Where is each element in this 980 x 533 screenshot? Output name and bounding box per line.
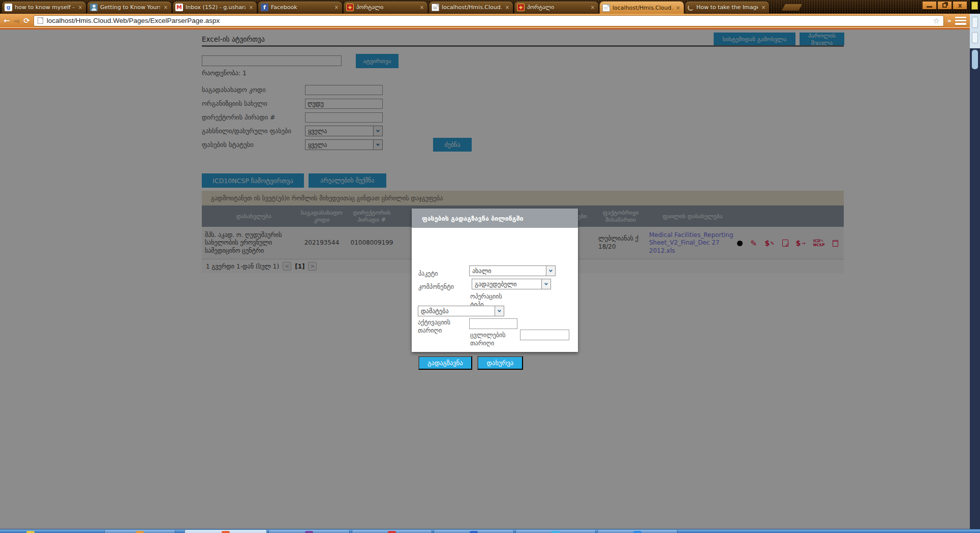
send-prices-modal: ფასების გადაგზავნა ბილინგში პაკეტი ახალი… <box>412 209 578 352</box>
tab-title: Getting to Know Yourself, <box>100 4 160 11</box>
back-icon[interactable]: ← <box>4 16 10 25</box>
tab-google-search[interactable]: g how to know myself - Goo × <box>2 1 86 13</box>
bookmark-star-icon[interactable]: ☆ <box>933 16 939 25</box>
package-select[interactable]: ახალი <box>469 265 556 276</box>
chevron-down-icon <box>546 266 555 276</box>
taskbar-item[interactable] <box>20 530 41 533</box>
taskbar-item[interactable] <box>515 530 596 533</box>
tab-title: Inbox (152) - g.usharauli@ <box>186 4 246 11</box>
taskbar <box>0 529 980 533</box>
select-value: გადაუდებელი <box>472 281 541 288</box>
address-bar: ← → ⟳ localhost/Hmis.Cloud.Web/Pages/Exc… <box>0 14 970 27</box>
facebook-favicon: f <box>261 4 268 11</box>
scrollbar-thumb[interactable] <box>972 50 978 69</box>
close-icon: x <box>958 2 962 9</box>
modal-title: ფასების გადაგზავნა ბილინგში <box>412 209 578 228</box>
tab-close-icon[interactable]: × <box>675 5 681 11</box>
background-window-button <box>972 17 978 28</box>
chrome-menu-icon[interactable] <box>955 17 966 25</box>
send-button[interactable]: გადაგზავნა <box>418 356 472 370</box>
component-label: კომპონენტი <box>418 283 454 291</box>
restore-button[interactable] <box>937 1 952 10</box>
close-button[interactable]: x <box>953 1 967 10</box>
tab-gmail-inbox[interactable]: M Inbox (152) - g.usharauli@ × <box>172 1 257 13</box>
taskbar-item[interactable] <box>434 530 514 533</box>
tab-title: პორტალი <box>356 4 416 11</box>
document-favicon <box>432 4 439 11</box>
tab-getting-to-know[interactable]: Getting to Know Yourself, × <box>87 1 172 13</box>
reload-icon[interactable]: ⟳ <box>23 16 30 25</box>
tab-close-icon[interactable]: × <box>248 5 254 10</box>
minimize-icon <box>927 6 932 8</box>
taskbar-item[interactable] <box>268 530 350 533</box>
folder-icon <box>971 2 978 10</box>
operation-type-select[interactable]: დამატება <box>418 306 504 316</box>
georgia-emblem-favicon: ✚ <box>517 4 525 11</box>
tab-title: How to take the Image of <box>696 4 758 11</box>
taskbar-item[interactable] <box>597 530 678 533</box>
tab-facebook[interactable]: f Facebook × <box>258 1 343 13</box>
chevron-down-icon <box>495 306 504 316</box>
page-viewport: Excel-ის ატვირთვა სისტემიდან გამოსვლა პა… <box>0 29 970 529</box>
activation-date-label: აქტივაციის თარიღი <box>418 318 464 335</box>
tab-title: localhost/Hmis.Cloud.We <box>442 4 502 11</box>
tab-title: პორტალი <box>527 4 587 11</box>
change-date-input[interactable] <box>520 330 569 340</box>
tab-localhost-active[interactable]: localhost/Hmis.Cloud.We × <box>599 1 684 14</box>
component-select[interactable]: გადაუდებელი <box>472 279 551 289</box>
tab-close-icon[interactable]: × <box>590 5 596 10</box>
background-window-panel <box>970 14 980 48</box>
georgia-emblem-favicon: ✚ <box>346 4 354 11</box>
url-text[interactable]: localhost/Hmis.Cloud.Web/Pages/ExcelPars… <box>47 17 929 24</box>
document-favicon <box>602 4 610 12</box>
modal-close-button[interactable]: დახურვა <box>477 356 523 370</box>
background-window-button <box>972 32 978 43</box>
person-favicon <box>90 4 98 11</box>
tab-close-icon[interactable]: × <box>504 5 510 10</box>
chevron-down-icon <box>541 279 550 289</box>
select-value: ახალი <box>470 268 546 275</box>
url-field[interactable]: localhost/Hmis.Cloud.Web/Pages/ExcelPars… <box>34 15 944 26</box>
tab-title: how to know myself - Goo <box>15 4 75 11</box>
loading-spinner-favicon <box>688 5 694 11</box>
bookmarks-overflow-icon[interactable]: » <box>947 17 952 24</box>
tab-close-icon[interactable]: × <box>419 5 425 10</box>
minimize-button[interactable] <box>922 1 937 10</box>
tab-close-icon[interactable]: × <box>333 5 340 10</box>
gmail-favicon: M <box>175 4 183 11</box>
tab-close-icon[interactable]: × <box>163 5 169 10</box>
change-date-label: ცვლილების თარიღი <box>470 331 513 347</box>
forward-icon[interactable]: → <box>14 16 20 25</box>
taskbar-item[interactable] <box>104 530 175 533</box>
tab-localhost-1[interactable]: localhost/Hmis.Cloud.We × <box>428 1 513 13</box>
taskbar-item[interactable] <box>352 530 432 533</box>
tab-close-icon[interactable]: × <box>77 5 83 10</box>
tab-how-to-take-image[interactable]: How to take the Image of × <box>685 1 770 13</box>
tab-title: localhost/Hmis.Cloud.We <box>612 5 672 11</box>
taskbar-item[interactable] <box>185 530 267 533</box>
tab-strip: g how to know myself - Goo × Getting to … <box>2 1 770 14</box>
browser-window: g how to know myself - Goo × Getting to … <box>0 0 970 529</box>
new-tab-button[interactable] <box>781 4 803 11</box>
tab-close-icon[interactable]: × <box>760 5 767 10</box>
restore-icon <box>942 3 947 8</box>
page-favicon <box>38 17 43 24</box>
select-value: დამატება <box>418 308 495 315</box>
tab-portal-2[interactable]: ✚ პორტალი × <box>514 1 599 13</box>
screen: g how to know myself - Goo × Getting to … <box>0 0 980 533</box>
window-controls: x <box>922 1 967 10</box>
package-label: პაკეტი <box>418 270 438 278</box>
tab-title: Facebook <box>271 4 331 11</box>
tab-bar: g how to know myself - Goo × Getting to … <box>0 0 970 14</box>
background-window-edge <box>970 0 980 529</box>
tab-portal-1[interactable]: ✚ პორტალი × <box>343 1 428 13</box>
google-favicon: g <box>5 4 12 11</box>
activation-date-input[interactable] <box>469 318 517 329</box>
